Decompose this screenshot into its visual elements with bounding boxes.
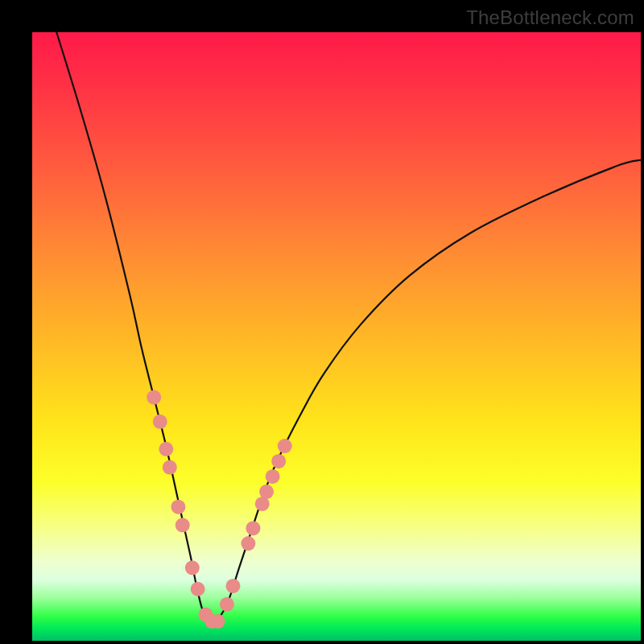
bottleneck-curve-path (56, 32, 641, 625)
curve-marker (220, 597, 234, 612)
curve-marker (241, 536, 255, 551)
chart-frame: TheBottleneck.com (0, 0, 644, 644)
curve-marker (159, 442, 173, 456)
curve-marker (185, 560, 200, 575)
curve-marker (147, 390, 161, 405)
curve-marker (153, 415, 167, 429)
curve-marker (266, 469, 280, 484)
bottleneck-curve-svg (32, 32, 641, 641)
watermark-text: TheBottleneck.com (466, 6, 634, 29)
marker-group (147, 390, 292, 629)
curve-marker (259, 485, 274, 499)
curve-marker (278, 439, 292, 453)
curve-marker (175, 518, 190, 532)
curve-marker (191, 582, 205, 597)
curve-marker (171, 500, 185, 514)
curve-marker (271, 454, 286, 469)
curve-marker (163, 460, 177, 475)
curve-marker (211, 614, 225, 629)
plot-area (32, 32, 641, 641)
curve-marker (225, 579, 240, 593)
curve-marker (246, 521, 260, 535)
